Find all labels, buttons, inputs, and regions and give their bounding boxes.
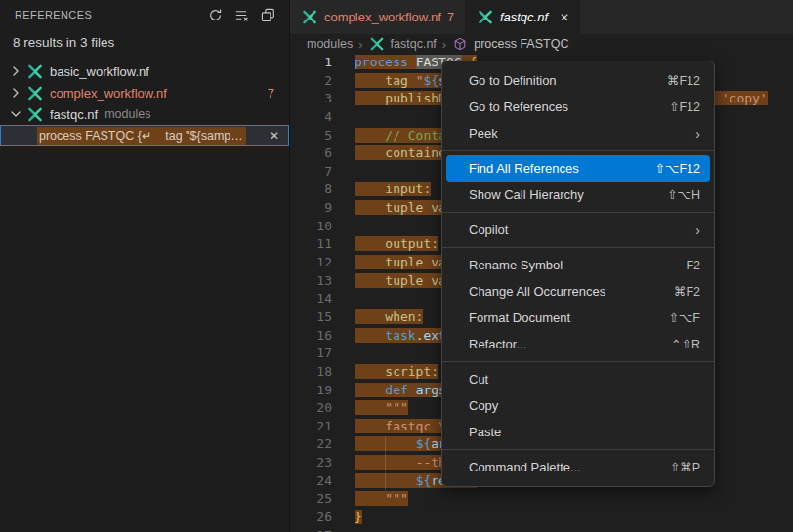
menu-item-go-to-definition[interactable]: Go to Definition⌘F12	[442, 67, 714, 94]
clear-results-icon	[234, 8, 249, 22]
menu-item-shortcut: ⇧⌘P	[670, 460, 700, 474]
chevron-right-icon: ›	[358, 37, 362, 52]
menu-item-copilot[interactable]: Copilot›	[442, 217, 714, 243]
menu-item-label: Command Palette...	[469, 460, 581, 474]
menu-item-rename-symbol[interactable]: Rename SymbolF2	[442, 252, 714, 278]
breadcrumb-item-modules[interactable]: modules	[307, 37, 353, 51]
line-number: 20	[290, 399, 332, 418]
clear-results-button[interactable]	[232, 6, 250, 23]
breadcrumb: modules › fastqc.nf › process FASTQC	[290, 34, 793, 54]
references-panel-header: REFERENCES	[0, 0, 289, 29]
reference-range-highlight: input:	[355, 182, 431, 196]
reference-range-highlight: fastqc \	[355, 419, 446, 433]
menu-separator	[442, 212, 714, 213]
menu-item-label: Format Document	[469, 310, 570, 325]
line-number: 19	[290, 382, 332, 400]
line-number: 13	[290, 272, 332, 291]
collapse-all-button[interactable]	[259, 6, 276, 23]
tab-label: fastqc.nf	[500, 10, 548, 24]
reference-range-highlight: """	[355, 491, 408, 506]
line-number: 10	[290, 218, 332, 236]
menu-item-shortcut: ⇧⌥F12	[655, 161, 700, 176]
nextflow-file-icon	[301, 10, 318, 24]
line-number: 24	[290, 472, 332, 491]
line-number: 22	[290, 435, 332, 454]
menu-item-peek[interactable]: Peek›	[442, 120, 714, 146]
code-line-27[interactable]: 27	[290, 527, 793, 532]
refresh-button[interactable]	[206, 6, 224, 23]
menu-item-label: Copy	[469, 398, 498, 413]
menu-item-label: Cut	[469, 372, 488, 387]
line-number: 17	[290, 345, 332, 363]
submenu-arrow-icon: ›	[695, 223, 700, 238]
menu-item-show-call-hierarchy[interactable]: Show Call Hierarchy⇧⌥H	[442, 182, 714, 208]
line-number: 5	[290, 127, 332, 145]
menu-item-change-all-occurrences[interactable]: Change All Occurrences⌘F2	[442, 278, 714, 305]
menu-separator	[442, 361, 714, 362]
menu-item-format-document[interactable]: Format Document⇧⌥F	[442, 305, 714, 331]
menu-separator	[442, 449, 714, 450]
line-number: 18	[290, 363, 332, 382]
menu-item-cut[interactable]: Cut	[442, 366, 714, 392]
menu-item-find-all-references[interactable]: Find All References⇧⌥F12	[446, 155, 710, 182]
line-number: 23	[290, 454, 332, 472]
references-panel: REFERENCES	[0, 0, 290, 532]
menu-item-copy[interactable]: Copy	[442, 392, 714, 419]
breadcrumb-item-file[interactable]: fastqc.nf	[391, 37, 437, 51]
reference-preview-text: process FASTQC {↵ tag "${samp…	[37, 127, 246, 145]
menu-item-label: Rename Symbol	[469, 258, 563, 272]
line-number: 9	[290, 199, 332, 218]
reference-range-highlight: }	[355, 510, 362, 524]
menu-item-refactor[interactable]: Refactor...⌃⇧R	[442, 331, 714, 357]
menu-item-go-to-references[interactable]: Go to References⇧F12	[442, 94, 714, 120]
line-number: 14	[290, 290, 332, 308]
line-number: 12	[290, 254, 332, 272]
line-content: when:	[355, 308, 423, 327]
tree-file-basic-workflow-nf[interactable]: basic_workflow.nf	[0, 61, 289, 82]
code-line-26[interactable]: 26}	[290, 509, 793, 527]
tab-label: complex_workflow.nf	[324, 10, 441, 24]
menu-item-shortcut: ⇧⌥F	[668, 310, 700, 325]
tab-fastqc[interactable]: fastqc.nf ✕	[466, 0, 580, 34]
nextflow-file-icon	[26, 107, 44, 122]
line-number: 26	[290, 509, 332, 527]
menu-item-paste[interactable]: Paste	[442, 419, 714, 445]
tree-file-fastqc-nf[interactable]: fastqc.nfmodules	[0, 103, 289, 125]
chevron-down-icon[interactable]	[9, 107, 22, 121]
menu-item-shortcut: ⌘F12	[667, 73, 700, 88]
tab-complex-workflow[interactable]: complex_workflow.nf 7	[290, 0, 466, 34]
panel-title: REFERENCES	[15, 9, 92, 20]
chevron-right-icon[interactable]	[9, 64, 22, 78]
line-number: 21	[290, 418, 332, 436]
submenu-arrow-icon: ›	[695, 126, 700, 142]
nextflow-file-icon	[26, 64, 44, 79]
nextflow-file-icon	[369, 37, 385, 51]
menu-separator	[442, 247, 714, 248]
line-number: 16	[290, 327, 332, 346]
reference-range-highlight: """	[355, 400, 408, 415]
menu-item-label: Go to References	[469, 100, 568, 114]
menu-item-label: Find All References	[469, 161, 579, 176]
file-name: basic_workflow.nf	[50, 64, 149, 79]
line-number: 7	[290, 163, 332, 182]
dismiss-reference-icon[interactable]: ✕	[270, 129, 279, 143]
reference-range-highlight: output:	[355, 236, 438, 251]
vscode-window: REFERENCES	[0, 0, 793, 532]
chevron-right-icon[interactable]	[9, 86, 22, 100]
menu-item-label: Show Call Hierarchy	[469, 187, 584, 202]
line-number: 25	[290, 490, 332, 509]
tab-close-icon[interactable]: ✕	[560, 11, 569, 24]
file-path-description: modules	[104, 107, 150, 121]
tab-problem-count: 7	[447, 11, 454, 24]
line-content: output:	[355, 235, 438, 254]
breadcrumb-item-symbol[interactable]: process FASTQC	[474, 37, 568, 51]
tree-file-complex-workflow-nf[interactable]: complex_workflow.nf7	[0, 82, 289, 103]
indent-guide	[385, 436, 386, 491]
menu-item-command-palette[interactable]: Command Palette...⇧⌘P	[442, 454, 714, 480]
menu-item-label: Peek	[469, 126, 498, 141]
menu-item-shortcut: ⇧⌥H	[667, 187, 700, 202]
results-summary: 8 results in 3 files	[0, 35, 289, 57]
reference-result-selected[interactable]: process FASTQC {↵ tag "${samp…✕	[0, 125, 289, 146]
code-line-25[interactable]: 25 """	[290, 490, 793, 509]
menu-item-label: Paste	[469, 425, 501, 439]
